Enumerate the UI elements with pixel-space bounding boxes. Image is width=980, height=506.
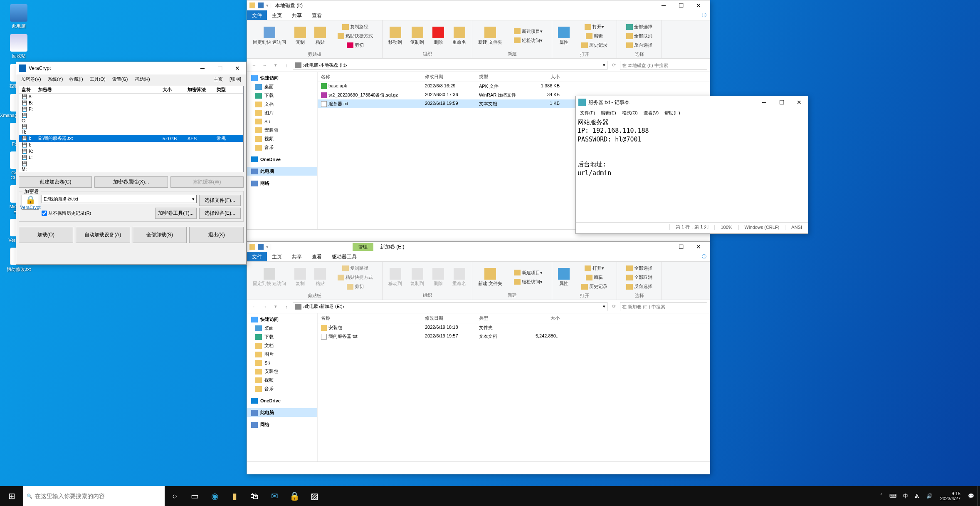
automount-button[interactable]: 自动加载设备(A) (76, 227, 130, 243)
moveto-button[interactable]: 移动到 (385, 21, 405, 50)
maximize-button[interactable]: ☐ (672, 0, 690, 11)
up-button[interactable]: ↑ (282, 61, 291, 70)
newitem-button[interactable]: 新建项目 ▾ (511, 27, 546, 36)
menu-volumes[interactable]: 加密卷(V) (19, 75, 44, 83)
nav-pics[interactable]: 图片 (247, 109, 317, 117)
pasteshort-button[interactable]: 粘贴快捷方式 (334, 32, 376, 40)
tab-home[interactable]: 主页 (267, 252, 287, 261)
menu-favorites[interactable]: 收藏(I) (67, 75, 85, 83)
menu-edit[interactable]: 编辑(E) (598, 109, 619, 117)
menu-settings[interactable]: 设置(G) (110, 75, 131, 83)
exit-button[interactable]: 退出(X) (189, 227, 244, 243)
volume-props-button[interactable]: 加密卷属性(X)... (94, 176, 168, 188)
column-headers[interactable]: 名称 修改日期 类型 大小 (318, 72, 710, 82)
veracrypt-task-icon[interactable]: 🔒 (284, 486, 304, 506)
selectnone-button[interactable]: 全部取消 (623, 32, 656, 40)
volume-icon[interactable]: 🔊 (923, 493, 936, 499)
app-task-icon[interactable]: ▨ (304, 486, 324, 506)
open-button[interactable]: 打开 ▾ (578, 22, 611, 31)
minimize-button[interactable]: ─ (755, 97, 773, 108)
collapse-ribbon[interactable]: ⓘ (699, 10, 710, 20)
close-button[interactable]: ✕ (690, 0, 707, 11)
up-button[interactable]: ↑ (282, 302, 291, 311)
drive-row-mounted[interactable]: 💾 I: E:\我的服务器.txt 5.0 GB AES 常规 (19, 135, 243, 142)
save-icon[interactable] (258, 2, 264, 8)
text-content[interactable]: 网站服务器 IP: 192.168.110.188 PASSWORD: hl@7… (576, 117, 808, 222)
drive-row[interactable]: 💾 K: (19, 148, 243, 154)
pin-button[interactable]: 固定到快 速访问 (249, 21, 289, 51)
cortana-icon[interactable]: ○ (165, 486, 185, 506)
tab-share[interactable]: 共享 (287, 10, 307, 20)
mail-icon[interactable]: ✉ (264, 486, 284, 506)
tab-view[interactable]: 查看 (307, 10, 327, 20)
file-row[interactable]: 我的服务器.txt 2022/6/19 19:57 文本文档 5,242,880… (318, 332, 710, 341)
create-volume-button[interactable]: 创建加密卷(C) (19, 176, 92, 188)
file-row[interactable]: base.apk 2022/6/8 16:29 APK 文件 1,386 KB (318, 82, 710, 91)
drive-row[interactable]: 💾 F: (19, 106, 243, 112)
menu-help[interactable]: 帮助(H) (662, 109, 682, 117)
refresh-button[interactable]: ⟳ (609, 302, 618, 311)
desktop-icon-thispc[interactable]: 此电脑 (4, 4, 33, 29)
breadcrumb[interactable]: › 此电脑 › 本地磁盘 (I:) › ▾ (293, 61, 607, 70)
ime-indicator[interactable]: ⌨ (886, 493, 900, 499)
menu-system[interactable]: 系统(Y) (45, 75, 66, 83)
edit-button[interactable]: 编辑 (578, 32, 611, 40)
menu-homenet[interactable]: [联网] (227, 75, 244, 83)
tab-share[interactable]: 共享 (287, 252, 307, 261)
show-desktop[interactable] (978, 486, 980, 506)
nav-onedrive[interactable]: OneDrive (247, 155, 317, 164)
tray-expand[interactable]: ˄ (877, 493, 886, 499)
easyaccess-button[interactable]: 轻松访问 ▾ (511, 36, 546, 45)
delete-button[interactable]: 删除 (429, 21, 447, 50)
drive-row[interactable]: 💾 I: (19, 142, 243, 148)
nav-videos[interactable]: 视频 (247, 134, 317, 143)
desktop-icon-bin[interactable]: 回收站 (4, 34, 33, 59)
breadcrumb[interactable]: › 此电脑 › 新加卷 (E:) › ▾ (293, 302, 607, 311)
nav-docs[interactable]: 文档 (247, 100, 317, 109)
nav-quick[interactable]: 快速访问 (247, 74, 317, 82)
selectall-button[interactable]: 全部选择 (623, 22, 656, 31)
edge-icon[interactable]: ◉ (205, 486, 225, 506)
maximize-button[interactable]: ☐ (672, 241, 690, 253)
minimize-button[interactable]: ─ (194, 62, 211, 74)
menu-home[interactable]: 主页 (211, 75, 225, 83)
volume-tools-button[interactable]: 加密卷工具(T)... (155, 208, 197, 219)
maximize-button[interactable]: ☐ (211, 62, 229, 74)
taskbar-search[interactable]: 🔍 (23, 486, 165, 506)
no-history-check[interactable]: 从不保留历史记录(R) (42, 210, 91, 216)
tab-file[interactable]: 文件 (247, 10, 267, 20)
copypath-button[interactable]: 复制路径 (334, 22, 376, 31)
store-icon[interactable]: 🛍 (244, 486, 264, 506)
dismountall-button[interactable]: 全部卸载(S) (133, 227, 187, 243)
collapse-ribbon[interactable]: ⓘ (699, 252, 710, 261)
nav-network[interactable]: 网络 (247, 179, 317, 188)
menu-format[interactable]: 格式(O) (620, 109, 640, 117)
action-center-icon[interactable]: 💬 (965, 493, 978, 499)
maximize-button[interactable]: ☐ (773, 97, 790, 108)
properties-button[interactable]: 属性 (555, 21, 573, 51)
minimize-button[interactable]: ─ (655, 241, 672, 253)
clock[interactable]: 9:15 2023/4/27 (936, 491, 965, 501)
menu-help[interactable]: 帮助(H) (132, 75, 153, 83)
pin-button[interactable]: 固定到快 速访问 (249, 263, 289, 292)
drive-row[interactable]: 💾 B: (19, 100, 243, 106)
cut-button[interactable]: 剪切 (334, 41, 376, 50)
network-icon[interactable]: 🖧 (911, 493, 923, 499)
close-button[interactable]: ✕ (229, 62, 246, 74)
drive-row[interactable]: 💾 M: (19, 161, 243, 172)
start-button[interactable]: ⊞ (0, 486, 23, 506)
nav-pkgs[interactable]: 安装包 (247, 126, 317, 134)
menu-view[interactable]: 查看(V) (641, 109, 662, 117)
recent-button[interactable]: ▾ (271, 61, 280, 70)
tab-view[interactable]: 查看 (307, 252, 327, 261)
nav-s[interactable]: S:\ (247, 117, 317, 126)
search-box[interactable] (620, 302, 707, 311)
file-row[interactable]: 安装包 2022/6/19 18:18 文件夹 (318, 323, 710, 332)
forward-button[interactable]: → (260, 61, 269, 70)
nav-music[interactable]: 音乐 (247, 143, 317, 152)
drive-list[interactable]: 盘符 加密卷 大小 加密算法 类型 💾 A: 💾 B: 💾 F: 💾 G: 💾 … (19, 86, 243, 172)
explorer-icon[interactable]: ▮ (225, 486, 244, 506)
tab-home[interactable]: 主页 (267, 10, 287, 20)
paste-button[interactable]: 粘贴 (311, 263, 329, 292)
forward-button[interactable]: → (260, 302, 269, 311)
